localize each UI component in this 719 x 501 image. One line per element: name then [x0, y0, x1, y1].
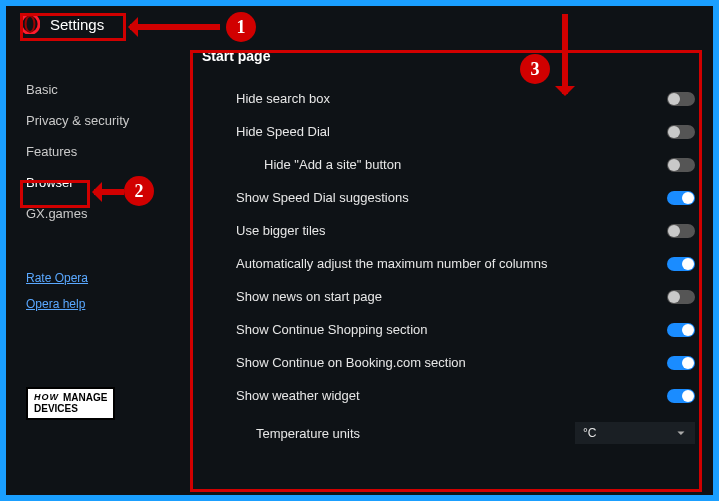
toggle-switch[interactable]: [667, 158, 695, 172]
sidebar-item-basic[interactable]: Basic: [26, 74, 186, 105]
chevron-down-icon: ▼: [675, 430, 687, 437]
sidebar-links: Rate Opera Opera help: [26, 265, 186, 317]
setting-label: Hide search box: [208, 91, 667, 106]
setting-row[interactable]: Show Speed Dial suggestions: [208, 181, 695, 214]
badge-manage: MANAGE: [63, 393, 107, 404]
sidebar-item-features[interactable]: Features: [26, 136, 186, 167]
setting-row[interactable]: Hide Speed Dial: [208, 115, 695, 148]
main-panel: Start page Hide search boxHide Speed Dia…: [186, 40, 713, 495]
svg-point-1: [26, 16, 35, 32]
header: Settings: [6, 6, 713, 40]
setting-label: Show news on start page: [208, 289, 667, 304]
setting-label: Use bigger tiles: [208, 223, 667, 238]
setting-label: Show Speed Dial suggestions: [208, 190, 667, 205]
setting-row[interactable]: Automatically adjust the maximum number …: [208, 247, 695, 280]
watermark-badge: HOW MANAGE DEVICES: [26, 387, 186, 420]
sidebar-item-browser[interactable]: Browser: [26, 167, 186, 198]
setting-label: Show weather widget: [208, 388, 667, 403]
setting-label: Show Continue on Booking.com section: [208, 355, 667, 370]
app-window: Settings Basic Privacy & security Featur…: [6, 6, 713, 495]
setting-row[interactable]: Hide search box: [208, 82, 695, 115]
setting-row[interactable]: Use bigger tiles: [208, 214, 695, 247]
link-rate-opera[interactable]: Rate Opera: [26, 265, 186, 291]
setting-label: Automatically adjust the maximum number …: [208, 256, 667, 271]
temperature-units-value: °C: [583, 426, 596, 440]
toggle-switch[interactable]: [667, 323, 695, 337]
temperature-units-select[interactable]: °C ▼: [575, 422, 695, 444]
setting-row[interactable]: Show Continue on Booking.com section: [208, 346, 695, 379]
setting-label: Hide Speed Dial: [208, 124, 667, 139]
setting-row[interactable]: Hide "Add a site" button: [208, 148, 695, 181]
toggle-switch[interactable]: [667, 92, 695, 106]
sidebar: Basic Privacy & security Features Browse…: [6, 40, 186, 495]
link-opera-help[interactable]: Opera help: [26, 291, 186, 317]
content: Basic Privacy & security Features Browse…: [6, 40, 713, 495]
setting-label: Hide "Add a site" button: [208, 157, 667, 172]
setting-row[interactable]: Show news on start page: [208, 280, 695, 313]
sidebar-item-privacy[interactable]: Privacy & security: [26, 105, 186, 136]
toggle-switch[interactable]: [667, 290, 695, 304]
setting-row[interactable]: Show Continue Shopping section: [208, 313, 695, 346]
section-title: Start page: [202, 48, 695, 64]
toggle-switch[interactable]: [667, 191, 695, 205]
settings-rows: Hide search boxHide Speed DialHide "Add …: [208, 82, 695, 412]
toggle-switch[interactable]: [667, 257, 695, 271]
setting-row[interactable]: Show weather widget: [208, 379, 695, 412]
temperature-units-row[interactable]: Temperature units °C ▼: [208, 412, 695, 444]
sidebar-item-gxgames[interactable]: GX.games: [26, 198, 186, 229]
toggle-switch[interactable]: [667, 389, 695, 403]
badge-devices: DEVICES: [34, 404, 107, 415]
temperature-units-label: Temperature units: [208, 426, 575, 441]
setting-label: Show Continue Shopping section: [208, 322, 667, 337]
toggle-switch[interactable]: [667, 125, 695, 139]
toggle-switch[interactable]: [667, 224, 695, 238]
page-title: Settings: [50, 16, 104, 33]
toggle-switch[interactable]: [667, 356, 695, 370]
svg-point-0: [21, 14, 39, 33]
badge-how: HOW: [34, 393, 59, 404]
opera-logo-icon: [20, 14, 40, 34]
